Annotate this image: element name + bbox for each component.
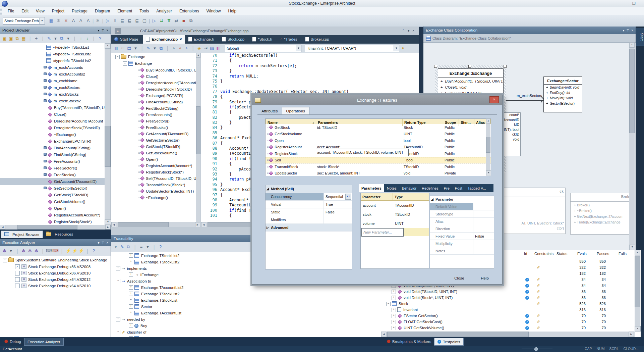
scroll-thumb[interactable] [105, 126, 111, 167]
expander-icon[interactable]: − [116, 266, 120, 270]
method-item[interactable]: ≡ Open() [111, 156, 196, 162]
operation-row[interactable]: ≡Open bool Public [266, 137, 491, 144]
property-value[interactable] [473, 210, 494, 217]
pin-icon[interactable]: ⊤ [101, 29, 104, 32]
toolbar-icon[interactable]: ▾ [65, 35, 71, 42]
column-type[interactable]: Type [393, 195, 403, 199]
toolbar-icon[interactable]: ⌨ [46, 247, 52, 255]
expander-icon[interactable]: + [392, 296, 396, 300]
param-tab[interactable]: Parameters [359, 184, 384, 192]
parameters-edit-box[interactable]: account: TAccountID, stock: TStockID, vo… [316, 149, 409, 156]
toolbar-icon[interactable]: ✎ [119, 243, 125, 251]
association-line[interactable] [506, 100, 543, 101]
toolbar-icon[interactable]: ✻ [55, 17, 62, 24]
param-tab[interactable]: Pre [441, 184, 452, 192]
property-row[interactable]: Multiplicity [430, 240, 494, 247]
expander-icon[interactable]: + [392, 308, 396, 312]
traceability-item[interactable]: − ⇗ classifier of [111, 329, 381, 335]
collapse-icon[interactable]: − [115, 55, 120, 59]
expander-icon[interactable]: + [129, 323, 133, 328]
class-member[interactable]: +BeginDay(int): void [544, 86, 582, 91]
editor-tab[interactable]: Stock.cpp [219, 35, 249, 44]
toolbar-icon[interactable]: ⧉ [59, 35, 65, 42]
class-member[interactable]: +Close(): void [438, 85, 503, 91]
toolbar-icon[interactable]: | [91, 35, 97, 42]
property-value[interactable]: True [324, 201, 352, 208]
testpoint-row[interactable]: + Invariant ✓ ✎ 316 316 [381, 307, 641, 313]
tree-item[interactable]: Close() [0, 111, 105, 118]
tab-resources[interactable]: Resources [43, 231, 76, 238]
toolbar-icon[interactable]: ⧉ [158, 45, 164, 52]
toolbar-icon[interactable]: ▣ [8, 35, 14, 42]
property-row[interactable]: Alias [430, 218, 494, 225]
toolbar-icon[interactable]: ⊑ [119, 17, 126, 24]
tree-item[interactable]: DeregisterStock(TStockID) [0, 124, 105, 131]
minimize-button[interactable]: – [621, 1, 629, 6]
method-item[interactable]: ≡ FindAccount(CString) [111, 99, 196, 105]
sector-class[interactable]: Exchange::Sector +BeginDay(int): void +E… [543, 77, 582, 112]
toolbar-icon[interactable]: ✻ [27, 247, 33, 255]
scrollbar-horizontal[interactable]: ◀ ▶ [111, 222, 200, 227]
scope-combo[interactable]: (global)▼ [225, 45, 301, 52]
toolbar-icon[interactable]: ✕ [62, 17, 70, 24]
toolbar-icon[interactable]: | [190, 45, 196, 52]
testpoint-row[interactable]: + void Debit(TStockID, UINT, INT) ✓ ✎ 36… [381, 289, 641, 295]
testpoint-row[interactable]: + ESector GetSector() ✓ ✎ 70 70 [381, 313, 641, 319]
toolbar-icon[interactable]: | [40, 35, 46, 42]
property-value[interactable]: False [324, 208, 352, 216]
close-button[interactable]: Close [451, 275, 468, 281]
testpoint-row[interactable]: + void Debit(Stock*, UINT, INT) ✓ ✎ 36 3… [381, 295, 641, 301]
tree-root[interactable]: − SparxSystems.Software Engineering.Stoc… [0, 257, 111, 263]
close-icon[interactable]: × [412, 29, 414, 33]
method-item[interactable]: ≡ RegisterAccount(Account*) [111, 162, 196, 169]
method-item[interactable]: ≡ DeregisterStock(TStockID) [111, 86, 196, 92]
traceability-item[interactable]: + Exchange.TAccountList [111, 310, 381, 316]
new-parameter-row[interactable]: New Parameter... [361, 228, 429, 237]
method-item[interactable]: ≡ GetStock(TStockID) [111, 143, 196, 150]
toolbar-icon[interactable]: | [14, 247, 20, 255]
editor-tab[interactable]: Exchange.cpp ✕ [143, 35, 185, 44]
toolbar-icon[interactable]: ⌖ [177, 45, 183, 52]
column-status[interactable]: Status [557, 252, 567, 256]
toolbar-icon[interactable]: ■ [180, 17, 187, 24]
tab-start[interactable]: Start [636, 28, 644, 46]
toolbar-icon[interactable]: | [102, 17, 104, 24]
tree-item[interactable]: FindAccount(CString) [0, 145, 105, 151]
toolbar-icon[interactable]: ✻ [33, 247, 40, 255]
tree-item[interactable]: FreeAccounts() [0, 158, 105, 165]
expander-icon[interactable]: + [392, 290, 396, 294]
scrollbar[interactable]: ▲ ▼ [629, 42, 635, 250]
expander-icon[interactable]: + [129, 304, 133, 309]
menu-item[interactable]: Help [224, 7, 240, 15]
ghost-class-broker[interactable]: Broker: + Broker()+ ~Broker()+ GetNext(E… [570, 193, 629, 235]
toolbar-icon[interactable]: ⊑ [126, 17, 133, 24]
column-name[interactable]: Name▲ [266, 119, 316, 126]
collapse-icon[interactable]: − [3, 258, 7, 262]
tree-item[interactable]: GetStock(TStockID) [0, 192, 105, 198]
toolbar-icon[interactable]: A [84, 17, 92, 24]
tree-item[interactable]: «typedef» TStockList2 [0, 57, 105, 64]
tab-breakpoints-markers[interactable]: Breakpoints & Markers [384, 338, 434, 345]
toolbar-icon[interactable]: | [27, 35, 33, 42]
menu-item[interactable]: Analyzer [153, 7, 176, 15]
menu-item[interactable]: Diagram [91, 7, 114, 15]
toolbar-icon[interactable]: ⧉ [187, 17, 195, 24]
panel-menu-icon[interactable]: ▾ [98, 241, 99, 245]
menu-item[interactable]: Extensions [176, 7, 203, 15]
tree-item[interactable]: m_exchAccounts [0, 64, 105, 71]
property-value[interactable] [473, 218, 494, 225]
toolbar-icon[interactable]: ▦ [20, 35, 27, 42]
scrollbar[interactable]: ▲ ▼ [486, 118, 490, 175]
toolbar-icon[interactable]: ≡ [138, 243, 144, 251]
method-item[interactable]: ≡ GetAccount(TAccountID) [111, 131, 196, 137]
tab-operations[interactable]: Operations [282, 107, 309, 115]
operation-row[interactable]: ≡GetStockVolume UINT Public [266, 131, 491, 138]
toolbar-icon[interactable]: ⌖ [113, 243, 119, 251]
expander-icon[interactable]: + [129, 253, 133, 258]
testpoint-row[interactable]: + FLOAT GetStockCost() ✓ ✎ 70 70 [381, 319, 641, 325]
tab-execution-analyzer[interactable]: Execution Analyzer [24, 338, 64, 346]
method-item[interactable]: ≡ GetSector(ESector) [111, 137, 196, 143]
tree-item[interactable]: m_exchStocks2 [0, 98, 105, 104]
toolbar-icon[interactable]: ✱ [94, 17, 102, 24]
toolbar-icon[interactable]: ⧉ [14, 35, 20, 42]
